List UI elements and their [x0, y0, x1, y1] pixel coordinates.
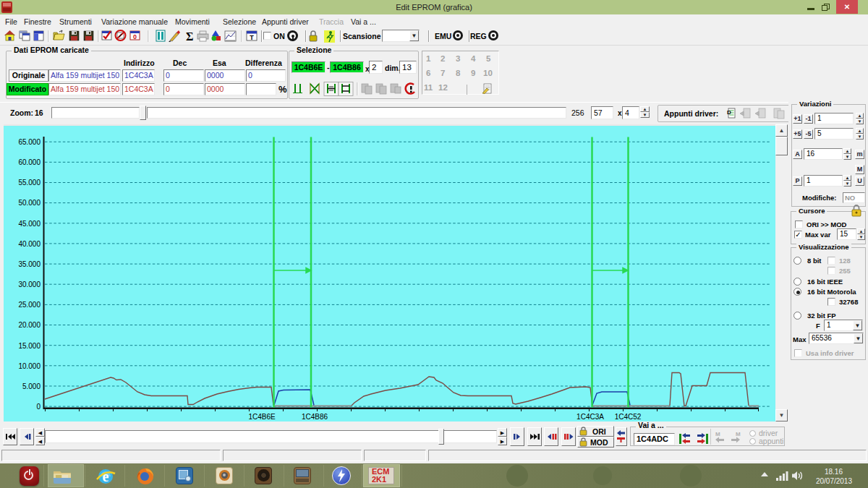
svg-text:0: 0: [36, 403, 41, 411]
svg-text:15.000: 15.000: [18, 342, 41, 350]
svg-text:T: T: [250, 34, 254, 41]
svg-text:55.000: 55.000: [18, 179, 41, 187]
svg-text:50.000: 50.000: [18, 199, 41, 207]
svg-text:40.000: 40.000: [18, 240, 41, 248]
svg-text:35.000: 35.000: [18, 260, 41, 268]
svg-text:M: M: [715, 431, 720, 437]
svg-text:5.000: 5.000: [22, 382, 41, 390]
svg-text:1C4C52: 1C4C52: [615, 413, 642, 421]
svg-text:1C4C3A: 1C4C3A: [576, 413, 604, 421]
svg-text:65.000: 65.000: [18, 138, 41, 146]
svg-text:60.000: 60.000: [18, 158, 41, 166]
svg-text:45.000: 45.000: [18, 220, 41, 228]
svg-text:20.000: 20.000: [18, 321, 41, 329]
svg-text:D: D: [727, 109, 731, 116]
svg-text:e: e: [103, 468, 109, 484]
svg-text:10.000: 10.000: [18, 362, 41, 370]
svg-text:1C4B86: 1C4B86: [302, 413, 328, 421]
svg-text:1C4B6E: 1C4B6E: [248, 413, 276, 421]
svg-text:30.000: 30.000: [18, 281, 41, 288]
svg-text:25.000: 25.000: [18, 301, 41, 309]
svg-text:0: 0: [133, 33, 137, 40]
svg-text:Σ: Σ: [186, 30, 193, 43]
svg-text:M: M: [736, 431, 741, 437]
